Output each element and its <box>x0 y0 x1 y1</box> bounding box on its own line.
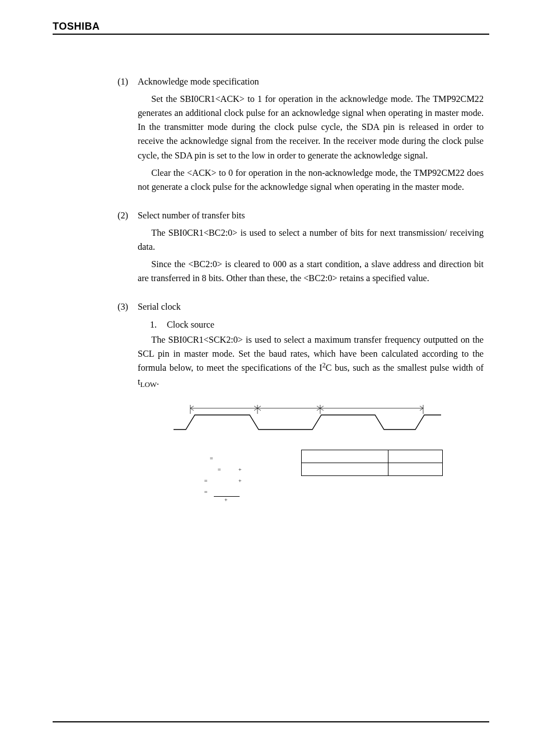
section-2-num: (2) <box>118 209 138 223</box>
subscript-low: LOW <box>140 380 157 389</box>
section-1-para-2: Clear the <ACK> to 0 for operation in th… <box>138 166 484 194</box>
footer-rule <box>53 721 489 722</box>
section-3: (3) Serial clock 1. Clock source The SBI… <box>118 300 484 389</box>
header-rule <box>53 34 489 35</box>
section-2-para-1: The SBI0CR1<BC2:0> is used to select a n… <box>138 226 484 254</box>
table-h1 <box>302 450 388 463</box>
table-body-left <box>302 463 388 476</box>
eq-row-2: = + <box>176 464 242 475</box>
section-1-num: (1) <box>118 75 138 89</box>
section-1: (1) Acknowledge mode specification Set t… <box>118 75 484 194</box>
section-3-para-1c: . <box>157 377 159 387</box>
table-h2 <box>388 450 443 463</box>
section-2-para-2: Since the <BC2:0> is cleared to 000 as a… <box>138 258 484 286</box>
brand-logo: TOSHIBA <box>53 20 467 32</box>
waveform-svg <box>162 402 448 441</box>
section-3-sub-num: 1. <box>150 318 167 332</box>
section-1-title: Acknowledge mode specification <box>138 75 484 89</box>
waveform <box>162 402 448 441</box>
eq-row-4: = <box>176 487 242 499</box>
section-2-title: Select number of transfer bits <box>138 209 484 223</box>
equation-block: = = + = + = <box>176 453 242 506</box>
sck-table <box>301 450 443 476</box>
section-1-para-1: Set the SBI0CR1<ACK> to 1 for operation … <box>138 92 484 163</box>
main-content: (1) Acknowledge mode specification Set t… <box>118 75 484 547</box>
section-3-para-1: The SBI0CR1<SCK2:0> is used to select a … <box>138 333 484 389</box>
section-2: (2) Select number of transfer bits The S… <box>118 209 484 286</box>
eq-row-1: = <box>176 453 242 464</box>
section-3-num: (3) <box>118 300 138 314</box>
eq-row-3: = + <box>176 475 242 487</box>
section-3-title: Serial clock <box>138 300 484 314</box>
section-3-sub-title: Clock source <box>167 318 214 332</box>
clock-figure: = = + = + = <box>162 402 465 547</box>
table-body-right <box>388 463 443 476</box>
